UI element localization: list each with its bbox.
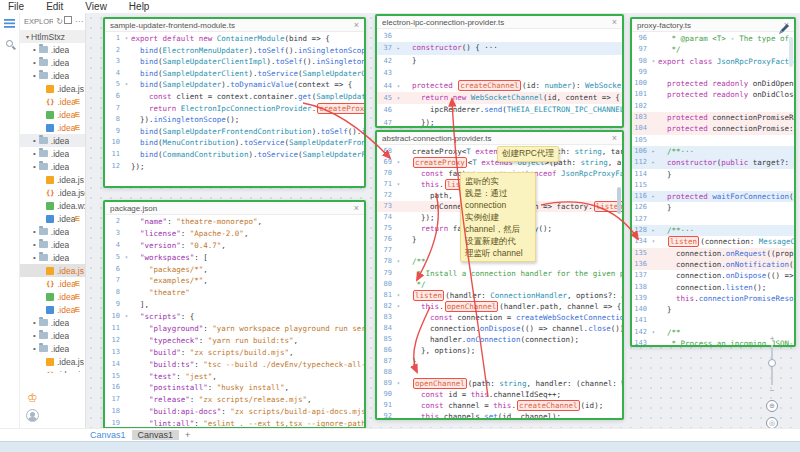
code-reference-createChannel[interactable]: createChannel	[458, 80, 521, 91]
fold-toggle-icon[interactable]: ▾	[394, 301, 403, 312]
fold-toggle-icon[interactable]: ▸	[649, 157, 658, 168]
fold-gutter	[394, 334, 403, 345]
code-reference-listen[interactable]: listen	[413, 290, 444, 301]
menu-item-edit[interactable]: Edit	[46, 1, 63, 12]
menu-item-help[interactable]: Help	[129, 1, 150, 12]
close-icon[interactable]: ×	[612, 134, 617, 143]
tree-item-idea-json[interactable]: {}.idea.json	[20, 368, 85, 373]
zoom-in-icon[interactable]: +	[770, 335, 775, 343]
tree-item-idea[interactable]: •.idea	[20, 69, 85, 82]
tree-item-idea-json[interactable]: {}.idea.json	[20, 186, 85, 199]
tree-item-idea-wxml[interactable]: .idea.wxmlE	[20, 290, 85, 303]
window-header[interactable]: package.json ×	[105, 202, 364, 215]
fold-toggle-icon[interactable]: ▾	[122, 252, 131, 264]
brush-tool-icon[interactable]	[777, 22, 791, 36]
fold-toggle-icon[interactable]: ▾	[649, 56, 658, 67]
code-line: 37▸ constructor() { ···	[377, 42, 622, 54]
zoom-slider[interactable]	[771, 345, 773, 385]
tree-item-idea-js[interactable]: .idea.js	[20, 173, 85, 186]
fold-toggle-icon[interactable]: ▾	[122, 79, 131, 91]
zoom-reset-button[interactable]: ⊕	[766, 400, 778, 412]
fold-toggle-icon[interactable]: ▾	[649, 327, 658, 338]
tree-item-idea[interactable]: •.idea	[20, 134, 85, 147]
fold-toggle-icon[interactable]: ▾	[649, 236, 658, 247]
sticky-note-create-rpc-proxy[interactable]: 创建RPC代理	[497, 146, 559, 162]
code-reference-createProxy[interactable]: createProxy	[317, 103, 364, 114]
fold-toggle-icon[interactable]: ▸	[649, 146, 658, 157]
tree-item-idea[interactable]: •.idea	[20, 147, 85, 160]
tree-item-idea-json[interactable]: {}.idea.jsonE	[20, 95, 85, 108]
sticky-note-listen-explanation[interactable]: 监听的实 践是：通过 connection 实例创建 channel，然后 设置…	[460, 172, 536, 262]
fold-toggle-icon[interactable]: ▾	[394, 80, 403, 92]
fold-toggle-icon[interactable]: ▸	[649, 191, 658, 202]
refresh-icon[interactable]: ↻	[56, 17, 63, 26]
reward-icon[interactable]: ♔	[27, 392, 38, 404]
fold-toggle-icon[interactable]: ▾	[122, 311, 131, 323]
code-canvas[interactable]: sample-updater-frontend-module.ts × 1▾ex…	[86, 13, 800, 428]
code-window-package-json[interactable]: package.json × 2 "name": "theatre-monore…	[103, 200, 366, 428]
canvas-list-icon[interactable]	[4, 19, 15, 28]
fold-toggle-icon[interactable]: ▾	[394, 179, 403, 190]
more-actions-icon[interactable]: ⋯	[75, 17, 83, 26]
code-reference-createProxy[interactable]: createProxy	[413, 157, 467, 168]
close-icon[interactable]: ×	[354, 21, 359, 30]
expand-arrow-icon[interactable]: ▾	[26, 33, 29, 40]
fold-toggle-icon[interactable]: ▾	[122, 33, 131, 45]
close-icon[interactable]: ×	[612, 18, 617, 27]
zoom-slider-handle[interactable]	[768, 359, 776, 367]
window-header[interactable]: proxy-factory.ts ×	[632, 19, 794, 32]
user-avatar[interactable]	[26, 409, 39, 422]
menu-item-view[interactable]: View	[85, 1, 107, 12]
tree-item-idea-wxml[interactable]: .idea.wxml	[20, 199, 85, 212]
tree-item-idea[interactable]: •.idea	[20, 43, 85, 56]
code-window-sample-updater-frontend-module[interactable]: sample-updater-frontend-module.ts × 1▾ex…	[103, 17, 366, 188]
close-icon[interactable]: ×	[354, 204, 359, 213]
code-reference-openChannel[interactable]: openChannel	[445, 301, 499, 312]
fold-toggle-icon[interactable]: ▾	[394, 92, 403, 104]
tree-item-idea-wxss[interactable]: .idea.wxssE	[20, 121, 85, 134]
canvas-tab-1[interactable]: Canvas1	[90, 430, 126, 440]
tree-item-idea[interactable]: •.idea	[20, 225, 85, 238]
tree-item-label: .idea	[51, 344, 69, 354]
tree-item-idea-js[interactable]: .idea.js	[20, 82, 85, 95]
window-header[interactable]: abstract-connection-provider.ts ×	[377, 132, 622, 145]
tree-item-idea[interactable]: •.idea	[20, 342, 85, 355]
tree-item-idea[interactable]: •.idea	[20, 251, 85, 264]
collapse-folders-icon[interactable]	[66, 18, 72, 24]
tree-item-idea[interactable]: •.idea	[20, 56, 85, 69]
canvas-tab-2[interactable]: Canvas1	[132, 430, 180, 440]
tree-item-idea[interactable]: •.idea	[20, 329, 85, 342]
fold-toggle-icon[interactable]: ▾	[394, 157, 403, 168]
fold-toggle-icon[interactable]: ▾	[394, 378, 403, 389]
fold-gutter	[122, 240, 131, 252]
locate-button[interactable]: ◎	[766, 417, 778, 428]
tree-item-HtlmStxz[interactable]: ▾HtlmStxz	[20, 30, 85, 43]
window-header[interactable]: sample-updater-frontend-module.ts ×	[105, 19, 364, 32]
code-reference-createChannel[interactable]: createChannel	[517, 400, 580, 411]
tree-item-idea-js[interactable]: .idea.js	[20, 355, 85, 368]
search-icon[interactable]	[6, 40, 13, 47]
fold-toggle-icon[interactable]: ▸	[394, 42, 403, 54]
code-window-electron-ipc-connection-provider[interactable]: electron-ipc-connection-provider.ts × 36…	[375, 14, 624, 128]
scrollbar-thumb[interactable]	[789, 37, 793, 67]
tree-item-idea[interactable]: •.idea	[20, 238, 85, 251]
fold-toggle-icon[interactable]: ▾	[394, 256, 403, 267]
tree-item-idea-js[interactable]: .idea.js	[20, 264, 85, 277]
code-window-proxy-factory[interactable]: proxy-factory.ts × 96 * @param <T> - The…	[630, 17, 796, 347]
tree-item-idea[interactable]: •.idea	[20, 316, 85, 329]
fold-toggle-icon[interactable]: ▸	[649, 225, 658, 236]
tree-item-idea-wxml[interactable]: .idea.wxmlE	[20, 108, 85, 121]
scrollbar-thumb[interactable]	[617, 187, 621, 214]
menu-item-file[interactable]: File	[8, 1, 24, 12]
new-canvas-tab-button[interactable]: +	[185, 430, 190, 440]
tree-item-idea-wxss[interactable]: .idea.wxssE	[20, 303, 85, 316]
tree-item-idea-wxss[interactable]: .idea.wxssE	[20, 212, 85, 225]
zoom-out-icon[interactable]: −	[770, 387, 775, 395]
window-header[interactable]: electron-ipc-connection-provider.ts ×	[377, 16, 622, 29]
line-number: 4	[105, 240, 122, 252]
tree-item-idea-json[interactable]: {}.idea.jsonE	[20, 277, 85, 290]
tree-item-idea[interactable]: •.idea	[20, 160, 85, 173]
fold-toggle-icon[interactable]: ▾	[394, 290, 403, 301]
code-reference-openChannel[interactable]: openChannel	[413, 378, 467, 389]
code-reference-listen[interactable]: listen	[668, 236, 699, 247]
